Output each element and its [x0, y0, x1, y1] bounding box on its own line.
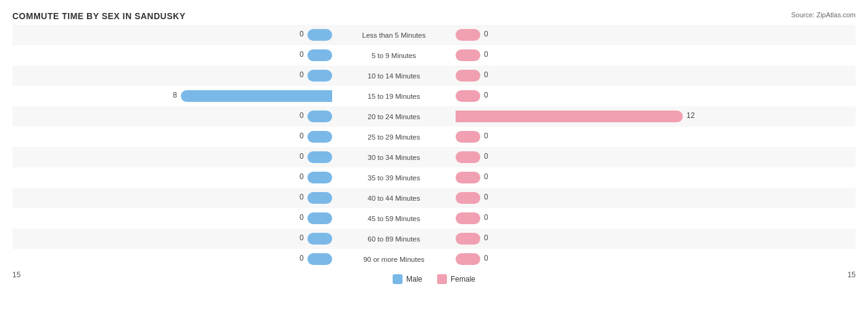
axis-labels: 15 Male Female 15 [12, 271, 856, 284]
male-value: 0 [299, 111, 304, 120]
female-bar [456, 70, 480, 82]
male-bar-section: 0 [12, 106, 333, 127]
table-row: 030 to 34 Minutes0 [12, 147, 856, 167]
female-value: 0 [484, 91, 488, 99]
male-bar [307, 192, 332, 204]
male-value: 0 [299, 254, 304, 262]
row-label: 30 to 34 Minutes [333, 154, 454, 161]
chart-title: COMMUTE TIME BY SEX IN SANDUSKY [12, 11, 856, 21]
female-value: 12 [686, 111, 695, 120]
row-label: 35 to 39 Minutes [333, 174, 454, 182]
legend-male-box [393, 274, 403, 284]
female-bar-section: 0 [454, 127, 775, 147]
male-bar-section: 0 [12, 127, 333, 147]
male-bar [307, 253, 332, 265]
table-row: 060 to 89 Minutes0 [12, 229, 856, 249]
table-row: 0Less than 5 Minutes0 [12, 25, 856, 45]
male-bar [307, 70, 332, 82]
row-label: 10 to 14 Minutes [333, 72, 454, 80]
legend-female-box [437, 274, 447, 284]
male-bar [307, 131, 332, 143]
female-value: 0 [484, 254, 488, 262]
legend-female: Female [437, 274, 475, 284]
female-value: 0 [484, 193, 488, 201]
male-bar-section: 0 [12, 45, 333, 65]
row-label: 40 to 44 Minutes [333, 195, 454, 202]
legend-male: Male [393, 274, 422, 284]
legend-female-label: Female [451, 275, 475, 283]
male-value: 0 [299, 152, 304, 161]
male-bar [307, 233, 332, 245]
male-bar-section: 8 [12, 86, 333, 106]
male-bar-section: 0 [12, 229, 333, 249]
female-bar-section: 0 [454, 25, 775, 45]
row-label: Less than 5 Minutes [333, 31, 454, 39]
table-row: 815 to 19 Minutes0 [12, 86, 856, 106]
source-label: Source: ZipAtlas.com [791, 11, 856, 19]
female-bar-section: 0 [454, 188, 775, 208]
female-value: 0 [484, 152, 488, 161]
female-bar-section: 0 [454, 208, 775, 229]
male-bar-section: 0 [12, 249, 333, 269]
male-bar-section: 0 [12, 25, 333, 45]
chart-rows: 0Less than 5 Minutes005 to 9 Minutes0010… [12, 25, 856, 269]
female-bar-section: 0 [454, 249, 775, 269]
female-bar [456, 49, 480, 61]
female-bar [456, 151, 480, 163]
female-bar [456, 253, 480, 265]
female-bar [456, 233, 480, 245]
male-value: 0 [299, 132, 304, 140]
male-bar-section: 0 [12, 65, 333, 86]
female-bar [456, 192, 480, 204]
table-row: 040 to 44 Minutes0 [12, 188, 856, 208]
male-bar [307, 111, 332, 122]
female-value: 0 [484, 132, 488, 140]
female-value: 0 [484, 30, 488, 38]
axis-right: 15 [848, 271, 856, 284]
female-bar [456, 111, 683, 122]
row-label: 5 to 9 Minutes [333, 52, 454, 59]
male-bar-section: 0 [12, 208, 333, 229]
female-bar [456, 131, 480, 143]
female-value: 0 [484, 70, 488, 79]
row-label: 90 or more Minutes [333, 256, 454, 263]
male-bar [307, 151, 332, 163]
male-value: 0 [299, 233, 304, 242]
table-row: 05 to 9 Minutes0 [12, 45, 856, 65]
female-value: 0 [484, 172, 488, 181]
male-bar [307, 29, 332, 41]
female-value: 0 [484, 50, 488, 59]
female-bar-section: 0 [454, 167, 775, 188]
male-value: 0 [299, 193, 304, 201]
axis-left: 15 [12, 271, 20, 284]
female-bar [456, 212, 480, 224]
female-value: 0 [484, 213, 488, 222]
male-bar [307, 212, 332, 224]
table-row: 045 to 59 Minutes0 [12, 208, 856, 229]
male-bar [307, 172, 332, 183]
legend-male-label: Male [406, 275, 422, 283]
table-row: 025 to 29 Minutes0 [12, 127, 856, 147]
female-bar-section: 0 [454, 229, 775, 249]
male-bar [181, 90, 332, 102]
male-value: 8 [173, 91, 177, 99]
male-bar-section: 0 [12, 167, 333, 188]
table-row: 035 to 39 Minutes0 [12, 167, 856, 188]
female-value: 0 [484, 233, 488, 242]
female-bar-section: 0 [454, 147, 775, 167]
legend: Male Female [393, 274, 475, 284]
female-bar [456, 172, 480, 183]
male-value: 0 [299, 70, 304, 79]
row-label: 60 to 89 Minutes [333, 235, 454, 243]
chart-container: COMMUTE TIME BY SEX IN SANDUSKY Source: … [0, 0, 868, 323]
male-bar-section: 0 [12, 188, 333, 208]
row-label: 45 to 59 Minutes [333, 215, 454, 222]
table-row: 020 to 24 Minutes12 [12, 106, 856, 127]
female-bar [456, 90, 480, 102]
male-value: 0 [299, 172, 304, 181]
male-value: 0 [299, 30, 304, 38]
female-bar-section: 0 [454, 65, 775, 86]
female-bar-section: 12 [454, 106, 775, 127]
table-row: 090 or more Minutes0 [12, 249, 856, 269]
female-bar [456, 29, 480, 41]
